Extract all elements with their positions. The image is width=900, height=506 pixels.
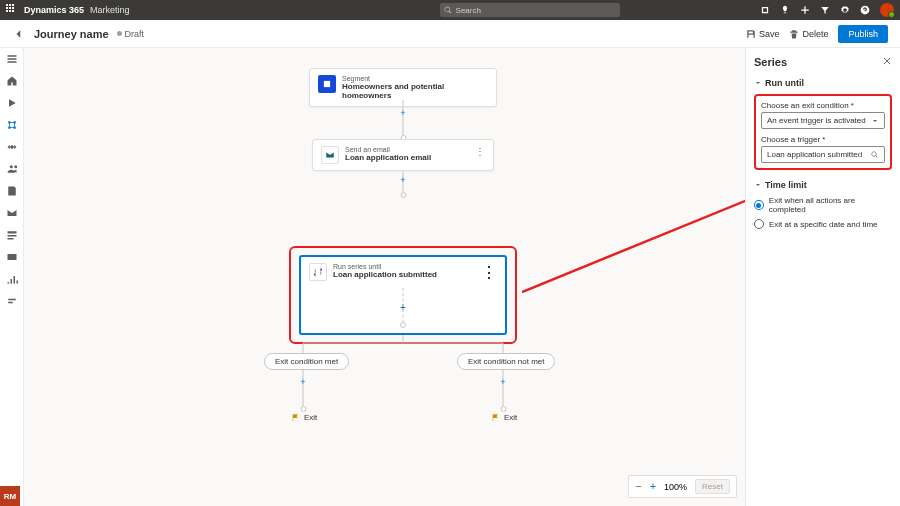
status-badge: Draft [117, 29, 145, 39]
global-nav: Dynamics 365 Marketing Search [0, 0, 900, 20]
radio-exit-all[interactable]: Exit when all actions are completed [754, 196, 892, 214]
zoom-level: 100% [664, 482, 687, 492]
section-run-until[interactable]: Run until [754, 78, 892, 88]
nav-home-icon[interactable] [5, 74, 19, 88]
save-button[interactable]: Save [746, 29, 780, 39]
add-step-button[interactable]: + [398, 108, 408, 118]
trigger-value: Loan application submitted [767, 150, 862, 159]
series-title: Loan application submitted [333, 270, 437, 279]
email-icon [321, 146, 339, 164]
branch-condition-not-met[interactable]: Exit condition not met [457, 353, 555, 370]
properties-panel: Series Run until Choose an exit conditio… [745, 48, 900, 506]
nav-mail-icon[interactable] [5, 206, 19, 220]
connector: + [503, 369, 504, 409]
nav-journey-icon[interactable] [5, 118, 19, 132]
exit-label: Exit [504, 413, 517, 422]
exit-label: Exit [304, 413, 317, 422]
chevron-down-icon [754, 79, 762, 87]
user-badge[interactable]: RM [0, 486, 20, 506]
branch-condition-met[interactable]: Exit condition met [264, 353, 349, 370]
zoom-control: − + 100% Reset [628, 475, 737, 498]
repeat-icon [309, 263, 327, 281]
chevron-down-icon [754, 181, 762, 189]
section-time-limit-label: Time limit [765, 180, 807, 190]
nav-rail [0, 48, 24, 506]
email-subtitle: Send an email [345, 146, 431, 153]
connector-end [500, 406, 506, 412]
svg-line-0 [522, 192, 745, 292]
nav-analytics-icon[interactable] [5, 272, 19, 286]
exit-condition-select[interactable]: An event trigger is activated [761, 112, 885, 129]
module-name: Marketing [90, 5, 130, 15]
flag-icon [291, 413, 300, 422]
radio-icon [754, 200, 764, 210]
help-icon[interactable] [860, 5, 870, 15]
chevron-down-icon [871, 117, 879, 125]
avatar[interactable] [880, 3, 894, 17]
add-step-button[interactable]: + [398, 175, 408, 185]
add-step-button[interactable]: + [400, 302, 406, 313]
publish-button[interactable]: Publish [838, 25, 888, 43]
nav-settings-icon[interactable] [5, 294, 19, 308]
series-node[interactable]: Run series until Loan application submit… [299, 255, 507, 335]
journey-canvas[interactable]: Segment Homeowners and potential homeown… [24, 48, 745, 506]
search-placeholder: Search [456, 6, 481, 15]
command-bar: Journey name Draft Save Delete Publish [0, 20, 900, 48]
lightbulb-icon[interactable] [780, 5, 790, 15]
section-run-until-label: Run until [765, 78, 804, 88]
segment-subtitle: Segment [342, 75, 488, 82]
plus-icon[interactable] [800, 5, 810, 15]
radio-icon [754, 219, 764, 229]
zoom-out-button[interactable]: − [635, 481, 641, 492]
connector: + [403, 100, 404, 138]
filter-icon[interactable] [820, 5, 830, 15]
page-title: Journey name [34, 28, 109, 40]
delete-label: Delete [802, 29, 828, 39]
section-time-limit[interactable]: Time limit [754, 180, 892, 190]
save-label: Save [759, 29, 780, 39]
exit-node: Exit [291, 413, 317, 422]
zoom-in-button[interactable]: + [650, 481, 656, 492]
connector: + [403, 171, 404, 195]
node-more-icon[interactable]: ⋮ [481, 263, 497, 282]
radio-exit-all-label: Exit when all actions are completed [769, 196, 892, 214]
radio-exit-date-label: Exit at a specific date and time [769, 220, 878, 229]
share-icon[interactable] [760, 5, 770, 15]
nav-pages-icon[interactable] [5, 184, 19, 198]
nav-forms-icon[interactable] [5, 228, 19, 242]
annotation-highlight-panel: Choose an exit condition * An event trig… [754, 94, 892, 170]
close-button[interactable] [882, 56, 892, 68]
series-subtitle: Run series until [333, 263, 437, 270]
nav-collapse-icon[interactable] [5, 52, 19, 66]
back-button[interactable] [12, 27, 26, 41]
trigger-label: Choose a trigger * [761, 135, 885, 144]
nav-assets-icon[interactable] [5, 250, 19, 264]
search-input[interactable]: Search [440, 3, 620, 17]
nav-play-icon[interactable] [5, 96, 19, 110]
annotation-arrow [522, 188, 745, 298]
exit-condition-value: An event trigger is activated [767, 116, 866, 125]
delete-button[interactable]: Delete [789, 29, 828, 39]
connector: + [303, 369, 304, 409]
radio-exit-date[interactable]: Exit at a specific date and time [754, 219, 892, 229]
product-name: Dynamics 365 [24, 5, 84, 15]
segment-title: Homeowners and potential homeowners [342, 82, 488, 100]
exit-node: Exit [491, 413, 517, 422]
connector-end [300, 406, 306, 412]
connector-end [400, 192, 406, 198]
zoom-reset-button[interactable]: Reset [695, 479, 730, 494]
trigger-select[interactable]: Loan application submitted [761, 146, 885, 163]
nav-goals-icon[interactable] [5, 140, 19, 154]
email-node[interactable]: Send an email Loan application email ⋮ [312, 139, 494, 171]
flag-icon [491, 413, 500, 422]
gear-icon[interactable] [840, 5, 850, 15]
add-step-button[interactable]: + [498, 377, 508, 387]
search-icon [444, 6, 453, 15]
nav-people-icon[interactable] [5, 162, 19, 176]
top-actions [760, 3, 894, 17]
exit-condition-label: Choose an exit condition * [761, 101, 885, 110]
add-step-button[interactable]: + [298, 377, 308, 387]
node-more-icon[interactable]: ⋮ [475, 146, 485, 157]
segment-icon [318, 75, 336, 93]
app-launcher-icon[interactable] [6, 4, 18, 16]
